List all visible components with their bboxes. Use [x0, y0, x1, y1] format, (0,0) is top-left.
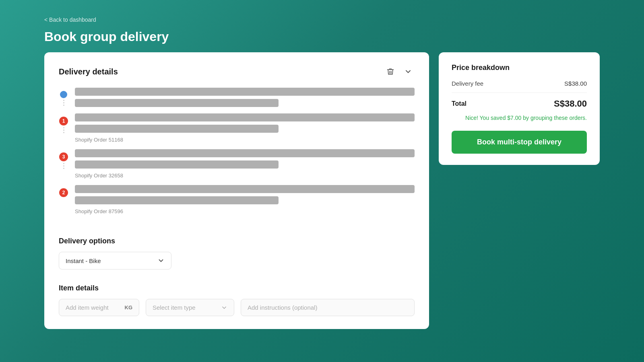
right-panel: Price breakdown Delivery fee S$38.00 Tot… [439, 52, 600, 165]
total-label: Total [452, 100, 466, 107]
connector-dots-3 [63, 163, 64, 169]
order-label-3: Shopify Order 32658 [75, 173, 415, 179]
delivery-details-header: Delivery details [59, 65, 415, 78]
instructions-placeholder: Add instructions (optional) [248, 304, 317, 311]
origin-dot [60, 91, 67, 98]
field-bar-3 [75, 113, 415, 121]
field-bar-5 [75, 149, 415, 157]
field-bar-7 [75, 185, 415, 193]
collapse-button[interactable] [402, 65, 415, 78]
item-inputs-row: Add item weight KG Select item type Add … [59, 299, 415, 316]
item-weight-input[interactable]: Add item weight KG [59, 299, 139, 316]
header-actions [384, 65, 415, 78]
stop-origin-indicator [59, 88, 68, 106]
stop-2-fields: Shopify Order 87596 [75, 185, 415, 218]
weight-placeholder: Add item weight [66, 304, 109, 311]
total-row: Total S$38.00 [452, 99, 587, 109]
type-chevron-icon [221, 304, 227, 311]
delivery-fee-value: S$38.00 [564, 80, 587, 87]
dropdown-chevron-icon [157, 257, 165, 264]
connector-dots [63, 100, 64, 106]
type-placeholder: Select item type [153, 304, 196, 311]
field-bar-1 [75, 88, 415, 96]
back-link[interactable]: < Back to dashboard [44, 16, 96, 23]
stop-3-badge: 3 [59, 152, 68, 161]
connector-dots-1 [63, 127, 64, 133]
delivery-options-title: Delivery options [59, 237, 415, 245]
stop-2-indicator: 2 [59, 185, 68, 197]
stop-3: 3 Shopify Order 32658 [59, 149, 415, 182]
stop-1-fields: Shopify Order 51168 [75, 113, 415, 146]
stop-3-indicator: 3 [59, 149, 68, 169]
price-divider [452, 93, 587, 93]
delivery-fee-row: Delivery fee S$38.00 [452, 80, 587, 87]
stop-origin [59, 88, 415, 110]
delivery-fee-label: Delivery fee [452, 80, 483, 87]
stop-2-badge: 2 [59, 188, 68, 197]
price-breakdown-title: Price breakdown [452, 64, 587, 72]
field-bar-4 [75, 125, 279, 133]
stop-1-indicator: 1 [59, 113, 68, 133]
stop-1: 1 Shopify Order 51168 [59, 113, 415, 146]
delivery-options-section: Delivery options Instant - Bike [59, 237, 415, 269]
stop-2: 2 Shopify Order 87596 [59, 185, 415, 218]
item-type-dropdown[interactable]: Select item type [146, 299, 234, 316]
field-bar-8 [75, 196, 279, 204]
delete-button[interactable] [384, 65, 397, 78]
order-label-2: Shopify Order 87596 [75, 208, 415, 214]
origin-fields [75, 88, 415, 110]
stop-1-badge: 1 [59, 117, 68, 125]
book-delivery-button[interactable]: Book multi-stop delivery [452, 131, 587, 154]
page-title: Book group delivery [44, 29, 600, 44]
delivery-type-selected: Instant - Bike [66, 257, 101, 264]
stop-3-fields: Shopify Order 32658 [75, 149, 415, 182]
order-label-1: Shopify Order 51168 [75, 137, 415, 143]
trash-icon [386, 68, 394, 76]
chevron-down-icon [404, 68, 412, 76]
field-bar-2 [75, 99, 279, 107]
left-panel: Delivery details [44, 52, 429, 329]
total-value: S$38.00 [554, 99, 587, 109]
delivery-type-dropdown[interactable]: Instant - Bike [59, 252, 171, 269]
delivery-details-title: Delivery details [59, 67, 118, 76]
stops-list: 1 Shopify Order 51168 3 [59, 88, 415, 221]
savings-note: Nice! You saved $7.00 by grouping these … [452, 115, 587, 121]
item-details-title: Item details [59, 284, 415, 292]
weight-suffix: KG [125, 304, 133, 311]
item-details-section: Item details Add item weight KG Select i… [59, 284, 415, 316]
item-instructions-input[interactable]: Add instructions (optional) [241, 299, 415, 316]
field-bar-6 [75, 160, 279, 169]
